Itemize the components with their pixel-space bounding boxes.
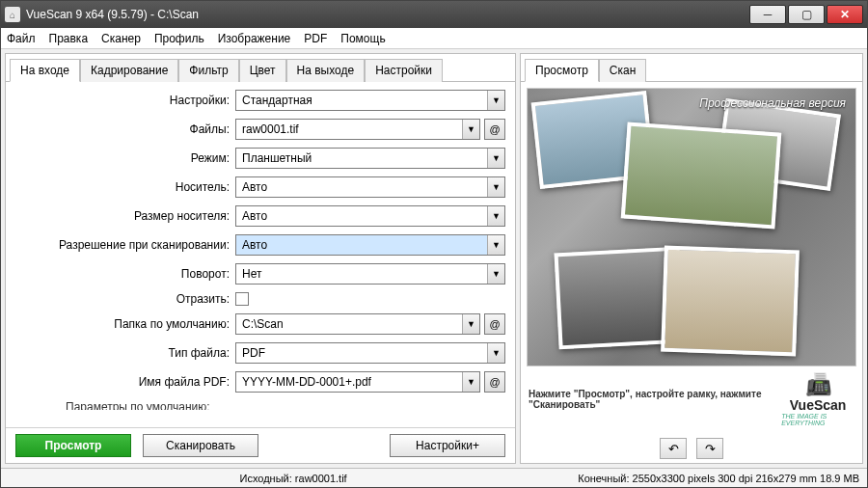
status-source: Исходный: raw0001.tif xyxy=(9,473,578,484)
value-files: raw0001.tif xyxy=(235,119,480,140)
value-media: Авто xyxy=(235,176,505,198)
status-target: Конечный: 2550x3300 pixels 300 dpi 216x2… xyxy=(578,473,859,484)
minimize-button[interactable]: ─ xyxy=(749,5,786,24)
window-title: VueScan 9 x64 (9.5.79) - C:\Scan xyxy=(26,8,749,21)
settingsplus-button[interactable]: Настройки+ xyxy=(390,434,505,457)
tab-scan[interactable]: Скан xyxy=(599,59,646,82)
logo-area: Нажмите "Просмотр", настройте рамку, наж… xyxy=(521,372,862,432)
sample-photo xyxy=(621,122,782,230)
chevron-down-icon[interactable]: ▼ xyxy=(487,149,504,168)
close-button[interactable]: ✕ xyxy=(827,5,863,24)
thumb-buttons: ↶ ↷ xyxy=(521,432,862,463)
chevron-down-icon[interactable]: ▼ xyxy=(487,206,504,226)
row-pdfname: Имя файла PDF: ▼ @ xyxy=(15,371,505,393)
label-pdfname: Имя файла PDF: xyxy=(15,375,235,389)
right-panel: Просмотр Скан Профессиональная версия На… xyxy=(520,53,863,464)
chevron-down-icon[interactable]: ▼ xyxy=(487,235,504,255)
content-area: На входе Кадрирование Фильтр Цвет На вых… xyxy=(1,49,867,468)
chevron-down-icon[interactable]: ▼ xyxy=(487,264,504,284)
menu-image[interactable]: Изображение xyxy=(218,32,291,45)
combo-filetype[interactable]: PDF ▼ xyxy=(235,342,505,364)
row-mode: Режим: Планшетный ▼ xyxy=(15,148,505,169)
maximize-button[interactable]: ▢ xyxy=(788,5,825,24)
value-filetype: PDF xyxy=(235,342,505,364)
label-resolution: Разрешение при сканировании: xyxy=(15,238,235,252)
preview-button[interactable]: Просмотр xyxy=(15,434,131,457)
row-mediasize: Размер носителя: Авто ▼ xyxy=(15,205,505,227)
value-settings: Стандартная xyxy=(235,90,505,111)
menu-profile[interactable]: Профиль xyxy=(154,32,204,45)
hint-text: Нажмите "Просмотр", настройте рамку, наж… xyxy=(529,389,775,410)
tab-preview[interactable]: Просмотр xyxy=(525,59,599,82)
status-bar: Исходный: raw0001.tif Конечный: 2550x330… xyxy=(1,468,867,487)
label-mode: Режим: xyxy=(15,151,235,165)
scan-button[interactable]: Сканировать xyxy=(143,434,258,457)
window-buttons: ─ ▢ ✕ xyxy=(749,5,863,24)
combo-pdfname[interactable]: ▼ xyxy=(235,371,480,393)
menu-help[interactable]: Помощь xyxy=(340,32,385,45)
app-icon: ⌂ xyxy=(5,7,20,22)
input-defaultfolder[interactable] xyxy=(235,313,480,335)
left-tabs: На входе Кадрирование Фильтр Цвет На вых… xyxy=(6,54,515,82)
chevron-down-icon[interactable]: ▼ xyxy=(462,120,479,139)
chevron-down-icon[interactable]: ▼ xyxy=(487,343,504,363)
chevron-down-icon[interactable]: ▼ xyxy=(462,314,479,334)
row-cutoff: Параметры по умолчанию: xyxy=(66,400,505,410)
rotate-left-button[interactable]: ↶ xyxy=(660,438,687,459)
menu-edit[interactable]: Правка xyxy=(49,32,89,45)
row-mirror: Отразить: xyxy=(15,292,505,306)
chevron-down-icon[interactable]: ▼ xyxy=(487,177,504,197)
tab-output[interactable]: На выходе xyxy=(286,59,366,82)
left-buttons: Просмотр Сканировать Настройки+ xyxy=(6,427,515,463)
input-pdfname[interactable] xyxy=(235,371,480,393)
menubar: Файл Правка Сканер Профиль Изображение P… xyxy=(1,28,867,49)
version-text: Профессиональная версия xyxy=(699,96,846,110)
label-rotate: Поворот: xyxy=(15,267,235,281)
row-resolution: Разрешение при сканировании: Авто ▼ xyxy=(15,234,505,256)
form-area: Настройки: Стандартная ▼ Файлы: raw0001.… xyxy=(6,82,515,427)
label-defaultfolder: Папка по умолчанию: xyxy=(15,317,235,331)
combo-defaultfolder[interactable]: ▼ xyxy=(235,313,480,335)
combo-mediasize[interactable]: Авто ▼ xyxy=(235,205,505,227)
row-rotate: Поворот: Нет ▼ xyxy=(15,263,505,285)
row-filetype: Тип файла: PDF ▼ xyxy=(15,342,505,364)
at-button-folder[interactable]: @ xyxy=(484,313,505,335)
right-tabs: Просмотр Скан xyxy=(521,54,862,82)
chevron-down-icon[interactable]: ▼ xyxy=(462,372,479,392)
label-media: Носитель: xyxy=(15,180,235,194)
menu-file[interactable]: Файл xyxy=(7,32,36,45)
label-settings: Настройки: xyxy=(15,94,235,107)
tab-color[interactable]: Цвет xyxy=(239,59,286,82)
value-resolution: Авто xyxy=(235,234,505,256)
label-files: Файлы: xyxy=(15,122,235,136)
tab-crop[interactable]: Кадрирование xyxy=(80,59,178,82)
tab-settings[interactable]: Настройки xyxy=(365,59,443,82)
menu-scanner[interactable]: Сканер xyxy=(101,32,141,45)
rotate-right-button[interactable]: ↷ xyxy=(696,438,723,459)
logo-tagline: THE IMAGE IS EVERYTHING xyxy=(781,413,854,426)
vuescan-logo: 📠 VueScan THE IMAGE IS EVERYTHING xyxy=(781,372,854,426)
row-files: Файлы: raw0001.tif ▼ @ xyxy=(15,119,505,140)
chevron-down-icon[interactable]: ▼ xyxy=(487,91,504,110)
combo-settings[interactable]: Стандартная ▼ xyxy=(235,90,505,111)
preview-area: Профессиональная версия Нажмите "Просмот… xyxy=(521,82,862,432)
at-button-files[interactable]: @ xyxy=(484,119,505,140)
app-window: ⌂ VueScan 9 x64 (9.5.79) - C:\Scan ─ ▢ ✕… xyxy=(0,0,868,488)
tab-input[interactable]: На входе xyxy=(10,59,80,82)
mirror-checkbox[interactable] xyxy=(235,292,249,306)
combo-resolution[interactable]: Авто ▼ xyxy=(235,234,505,256)
preview-image[interactable]: Профессиональная версия xyxy=(527,88,856,366)
combo-mode[interactable]: Планшетный ▼ xyxy=(235,148,505,169)
titlebar: ⌂ VueScan 9 x64 (9.5.79) - C:\Scan ─ ▢ ✕ xyxy=(1,1,867,28)
at-button-pdfname[interactable]: @ xyxy=(484,371,505,393)
left-panel: На входе Кадрирование Фильтр Цвет На вых… xyxy=(5,53,516,464)
tab-filter[interactable]: Фильтр xyxy=(178,59,238,82)
menu-pdf[interactable]: PDF xyxy=(304,32,327,45)
scanner-icon: 📠 xyxy=(805,372,831,397)
combo-media[interactable]: Авто ▼ xyxy=(235,176,505,198)
value-mediasize: Авто xyxy=(235,205,505,227)
combo-files[interactable]: raw0001.tif ▼ xyxy=(235,119,480,140)
row-defaultfolder: Папка по умолчанию: ▼ @ xyxy=(15,313,505,335)
label-filetype: Тип файла: xyxy=(15,346,235,360)
combo-rotate[interactable]: Нет ▼ xyxy=(235,263,505,285)
